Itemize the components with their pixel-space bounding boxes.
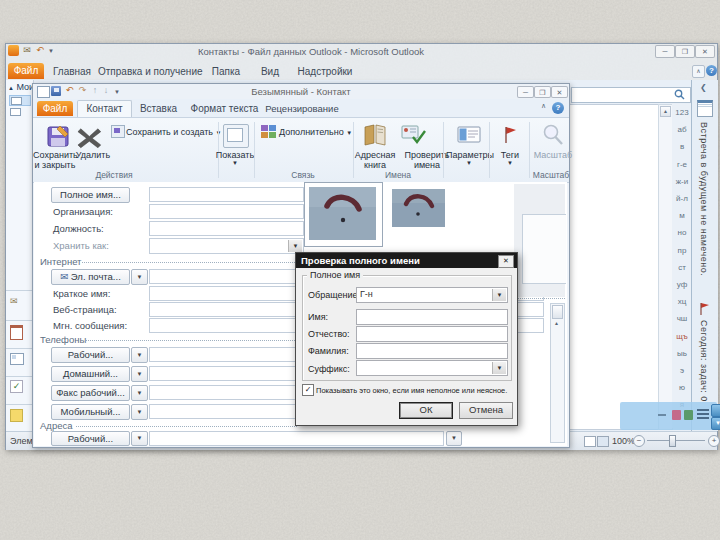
- alphabet-letter[interactable]: ст: [672, 263, 692, 272]
- tab-home[interactable]: Главная: [48, 63, 96, 80]
- undo-icon[interactable]: ↶: [34, 45, 46, 56]
- more-label[interactable]: Дополнительно ▼: [279, 127, 359, 137]
- tab-addins[interactable]: Надстройки: [290, 63, 360, 80]
- scroll-up-icon[interactable]: ▲: [660, 106, 671, 117]
- qat-dropdown-icon[interactable]: ▼: [47, 46, 55, 56]
- zoom-level[interactable]: 100%: [612, 436, 635, 446]
- maximize-button[interactable]: ❐: [675, 45, 695, 58]
- title-combo-dropdown-icon[interactable]: ▼: [492, 289, 506, 301]
- phone-work-button[interactable]: Рабочий...: [51, 347, 130, 363]
- alphabet-letter[interactable]: 123: [672, 108, 692, 117]
- todo-calendar-icon[interactable]: [697, 100, 713, 117]
- tab-folder[interactable]: Папка: [204, 63, 248, 80]
- scrollbar[interactable]: ▲: [658, 104, 673, 430]
- zoom-slider-track[interactable]: [647, 440, 705, 441]
- todo-flag-icon[interactable]: [699, 302, 711, 316]
- contact-tab-insert[interactable]: Вставка: [135, 101, 182, 116]
- address-book-label[interactable]: Адресная: [349, 150, 401, 160]
- alphabet-letter[interactable]: г-е: [672, 160, 692, 169]
- tags-label[interactable]: Теги: [492, 150, 528, 160]
- contact-close-button[interactable]: ✕: [551, 86, 568, 98]
- file-as-dropdown-icon[interactable]: ▼: [288, 240, 302, 252]
- view-card-icon[interactable]: [597, 436, 609, 447]
- nav-header[interactable]: ▲ Мои контакты: [8, 82, 33, 92]
- alphabet-letter[interactable]: ыь: [672, 349, 692, 358]
- save-new-icon[interactable]: [111, 125, 125, 138]
- tab-file-main[interactable]: Файл: [8, 63, 44, 79]
- search-input[interactable]: [571, 87, 691, 103]
- save-close-icon[interactable]: [46, 124, 72, 150]
- tab-sendreceive[interactable]: Отправка и получение: [98, 63, 196, 80]
- alphabet-letter[interactable]: ю: [672, 383, 692, 392]
- save-new-label[interactable]: Сохранить и создать ▼: [126, 127, 222, 137]
- contact-tab-file[interactable]: Файл: [37, 101, 73, 116]
- close-button[interactable]: ✕: [695, 45, 715, 58]
- show-icon[interactable]: [223, 124, 249, 148]
- contact-help-icon[interactable]: ?: [552, 102, 564, 114]
- file-as-combo[interactable]: ▼: [149, 238, 304, 254]
- ok-button[interactable]: ОК: [399, 402, 453, 419]
- next-item-icon[interactable]: ↓: [101, 85, 111, 96]
- email-button[interactable]: ✉ Эл. почта...: [51, 269, 130, 285]
- tasks-module-icon[interactable]: ✓: [10, 380, 23, 393]
- send-receive-icon[interactable]: ✉: [21, 45, 33, 56]
- tab-view[interactable]: Вид: [252, 63, 288, 80]
- alphabet-letter[interactable]: й-л: [672, 194, 692, 203]
- contact-qat-dropdown-icon[interactable]: ▼: [113, 87, 121, 98]
- contact-tab-review[interactable]: Рецензирование: [264, 101, 340, 116]
- contact-tab-format[interactable]: Формат текста: [187, 101, 262, 116]
- first-name-input[interactable]: [356, 309, 508, 325]
- full-name-button[interactable]: Полное имя...: [51, 187, 130, 203]
- photo-in-notes[interactable]: [392, 189, 445, 227]
- address-work-button[interactable]: Рабочий...: [51, 431, 130, 446]
- search-icon[interactable]: [674, 89, 685, 100]
- phone-fax-input[interactable]: [149, 385, 299, 400]
- save-icon[interactable]: [51, 86, 61, 96]
- alphabet-letter[interactable]: э: [672, 366, 692, 375]
- redo-icon-contact[interactable]: ↷: [77, 85, 88, 96]
- dialog-title-bar[interactable]: Проверка полного имени ✕: [296, 253, 517, 268]
- nav-item-contacts-1[interactable]: [9, 95, 31, 106]
- mail-module-icon[interactable]: ✉: [10, 296, 24, 306]
- middle-name-input[interactable]: [356, 326, 508, 342]
- alphabet-letter[interactable]: уф: [672, 280, 692, 289]
- alphabet-letter[interactable]: аб: [672, 125, 692, 134]
- dialog-close-icon[interactable]: ✕: [498, 255, 514, 268]
- show-label[interactable]: Показать: [211, 150, 259, 160]
- zoom-out-icon[interactable]: −: [633, 435, 645, 447]
- contact-tab-contact[interactable]: Контакт: [77, 100, 132, 118]
- zoom-in-icon[interactable]: +: [708, 435, 720, 447]
- show-again-checkbox[interactable]: ✓: [302, 384, 314, 396]
- delete-label[interactable]: Удалить: [73, 150, 113, 160]
- help-icon[interactable]: ?: [706, 65, 717, 76]
- save-close-label[interactable]: Сохранить: [33, 150, 77, 160]
- last-name-input[interactable]: [356, 343, 508, 359]
- calendar-module-icon[interactable]: [10, 325, 23, 340]
- check-names-icon[interactable]: [401, 123, 427, 147]
- alphabet-letter[interactable]: щъ: [672, 332, 692, 341]
- taskbar-dash-icon[interactable]: [658, 414, 666, 416]
- contact-restore-button[interactable]: ❐: [534, 86, 551, 98]
- contact-minimize-button[interactable]: ─: [517, 86, 534, 98]
- address-work-input[interactable]: [149, 431, 444, 446]
- suffix-combo[interactable]: ▼: [356, 360, 508, 376]
- phone-fax-button[interactable]: Факс рабочий...: [51, 385, 130, 401]
- title-combo[interactable]: Г-н▼: [356, 287, 508, 303]
- options-label[interactable]: Параметры: [446, 150, 492, 160]
- tags-icon[interactable]: [503, 125, 519, 145]
- full-name-input[interactable]: [149, 187, 304, 202]
- phone-home-input[interactable]: [149, 366, 299, 381]
- zoom-slider-thumb[interactable]: [669, 435, 676, 447]
- alphabet-letter[interactable]: м: [672, 211, 692, 220]
- undo-icon-contact[interactable]: ↶: [64, 85, 75, 96]
- alphabet-letter[interactable]: в: [672, 142, 692, 151]
- alphabet-letter[interactable]: ж-и: [672, 177, 692, 186]
- ribbon-collapse-icon[interactable]: ∧: [692, 65, 705, 78]
- address-book-icon[interactable]: [363, 123, 387, 147]
- taskbar-icon-1[interactable]: [672, 410, 681, 420]
- outlook-icon[interactable]: [8, 45, 19, 56]
- alphabet-letter[interactable]: хц: [672, 297, 692, 306]
- cancel-button[interactable]: Отмена: [459, 402, 513, 419]
- people-pane-icon[interactable]: [711, 404, 720, 417]
- taskbar-icon-2[interactable]: [684, 410, 693, 420]
